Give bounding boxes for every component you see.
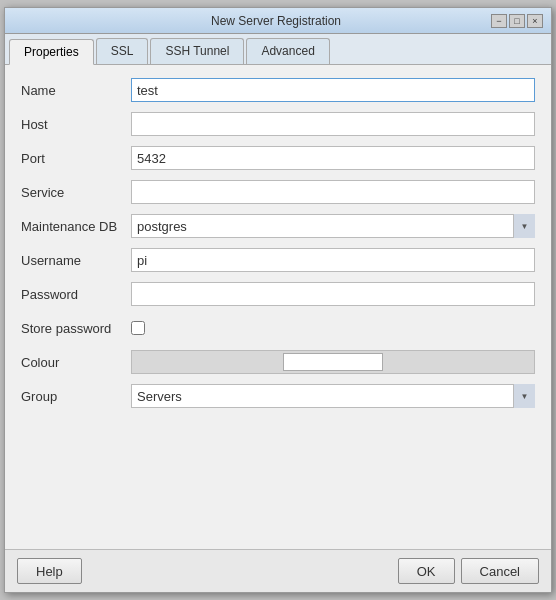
name-label: Name xyxy=(21,83,131,98)
button-bar: Help OK Cancel xyxy=(5,549,551,592)
window-controls: − □ × xyxy=(491,14,543,28)
spacer xyxy=(5,429,551,549)
group-control: Servers xyxy=(131,384,535,408)
password-input[interactable] xyxy=(131,282,535,306)
store-password-control xyxy=(131,321,535,335)
maintenance-db-row: Maintenance DB postgres xyxy=(21,213,535,239)
group-row: Group Servers xyxy=(21,383,535,409)
port-input[interactable] xyxy=(131,146,535,170)
group-label: Group xyxy=(21,389,131,404)
password-row: Password xyxy=(21,281,535,307)
colour-label: Colour xyxy=(21,355,131,370)
maintenance-db-label: Maintenance DB xyxy=(21,219,131,234)
name-row: Name xyxy=(21,77,535,103)
name-input[interactable] xyxy=(131,78,535,102)
host-control xyxy=(131,112,535,136)
store-password-checkbox[interactable] xyxy=(131,321,145,335)
username-control xyxy=(131,248,535,272)
store-password-row: Store password xyxy=(21,315,535,341)
close-button[interactable]: × xyxy=(527,14,543,28)
tab-ssh-tunnel[interactable]: SSH Tunnel xyxy=(150,38,244,64)
maintenance-db-wrapper: postgres xyxy=(131,214,535,238)
port-label: Port xyxy=(21,151,131,166)
port-control xyxy=(131,146,535,170)
help-button[interactable]: Help xyxy=(17,558,82,584)
host-input[interactable] xyxy=(131,112,535,136)
name-control xyxy=(131,78,535,102)
password-control xyxy=(131,282,535,306)
ok-button[interactable]: OK xyxy=(398,558,455,584)
host-label: Host xyxy=(21,117,131,132)
service-control xyxy=(131,180,535,204)
colour-swatch[interactable] xyxy=(283,353,383,371)
host-row: Host xyxy=(21,111,535,137)
dialog-window: New Server Registration − □ × Properties… xyxy=(4,7,552,593)
tab-bar: Properties SSL SSH Tunnel Advanced xyxy=(5,34,551,65)
title-bar: New Server Registration − □ × xyxy=(5,8,551,34)
port-row: Port xyxy=(21,145,535,171)
group-wrapper: Servers xyxy=(131,384,535,408)
maintenance-db-control: postgres xyxy=(131,214,535,238)
username-input[interactable] xyxy=(131,248,535,272)
username-row: Username xyxy=(21,247,535,273)
maintenance-db-select[interactable]: postgres xyxy=(131,214,535,238)
password-label: Password xyxy=(21,287,131,302)
store-password-label: Store password xyxy=(21,321,131,336)
minimize-button[interactable]: − xyxy=(491,14,507,28)
tab-ssl[interactable]: SSL xyxy=(96,38,149,64)
cancel-button[interactable]: Cancel xyxy=(461,558,539,584)
service-input[interactable] xyxy=(131,180,535,204)
username-label: Username xyxy=(21,253,131,268)
action-buttons: OK Cancel xyxy=(398,558,539,584)
colour-row: Colour xyxy=(21,349,535,375)
form-area: Name Host Port Service xyxy=(5,65,551,429)
tab-properties[interactable]: Properties xyxy=(9,39,94,65)
maximize-button[interactable]: □ xyxy=(509,14,525,28)
tab-advanced[interactable]: Advanced xyxy=(246,38,329,64)
group-select[interactable]: Servers xyxy=(131,384,535,408)
service-label: Service xyxy=(21,185,131,200)
window-title: New Server Registration xyxy=(61,14,491,28)
service-row: Service xyxy=(21,179,535,205)
colour-control[interactable] xyxy=(131,350,535,374)
